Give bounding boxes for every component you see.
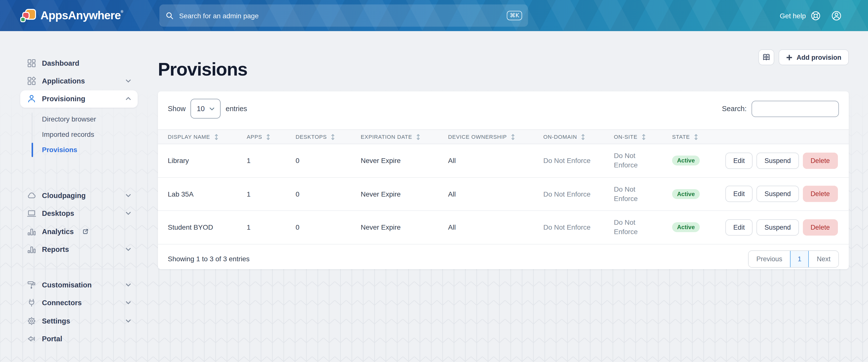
edit-button[interactable]: Edit bbox=[725, 186, 753, 202]
sidebar-item-portal[interactable]: Portal bbox=[20, 330, 138, 347]
delete-button[interactable]: Delete bbox=[803, 152, 838, 169]
edit-button[interactable]: Edit bbox=[725, 219, 753, 235]
sidebar-item-cloudpaging[interactable]: Cloudpaging bbox=[20, 187, 138, 204]
sidebar-item-reports[interactable]: Reports bbox=[20, 241, 138, 258]
cell-display-name: Library bbox=[168, 157, 247, 165]
chevron-down-icon bbox=[125, 319, 131, 323]
sort-icon bbox=[331, 134, 335, 140]
subitem-label: Directory browser bbox=[42, 115, 96, 123]
chevron-down-icon bbox=[209, 107, 215, 110]
sidebar-navigation: Dashboard Applications Provisioning Dire… bbox=[20, 54, 138, 348]
column-header-apps[interactable]: APPS bbox=[247, 134, 296, 140]
appsanywhere-logo-icon bbox=[20, 9, 36, 22]
status-badge-active: Active bbox=[672, 222, 700, 232]
sidebar-item-customisation[interactable]: Customisation bbox=[20, 276, 138, 294]
cell-state: Active bbox=[672, 156, 725, 166]
sort-icon bbox=[642, 134, 646, 140]
plug-icon bbox=[27, 298, 36, 308]
cell-state: Active bbox=[672, 222, 725, 232]
sidebar-item-label: Connectors bbox=[42, 299, 82, 307]
suspend-button[interactable]: Suspend bbox=[757, 186, 799, 202]
sidebar-subitem-imported-records[interactable]: Imported records bbox=[32, 127, 138, 142]
sidebar-item-provisioning[interactable]: Provisioning bbox=[20, 90, 138, 107]
cell-device-ownership: All bbox=[448, 223, 543, 231]
suspend-button[interactable]: Suspend bbox=[757, 219, 799, 235]
entries-label: entries bbox=[226, 105, 247, 113]
sidebar-item-settings[interactable]: Settings bbox=[20, 312, 138, 329]
page-size-select[interactable]: 10 bbox=[191, 99, 221, 118]
pagination: Previous 1 Next bbox=[748, 250, 839, 268]
plus-icon bbox=[786, 54, 793, 60]
sort-icon bbox=[266, 134, 271, 140]
cell-on-site: Do Not Enforce bbox=[614, 185, 672, 203]
status-badge-active: Active bbox=[672, 156, 700, 166]
column-label: DISPLAY NAME bbox=[168, 134, 210, 140]
bar-chart-icon bbox=[27, 226, 36, 236]
documentation-button[interactable] bbox=[759, 49, 774, 65]
logo-text: AppsAnywhere® bbox=[40, 9, 123, 22]
sidebar-item-dashboard[interactable]: Dashboard bbox=[20, 54, 138, 72]
entries-summary: Showing 1 to 3 of 3 entries bbox=[168, 255, 250, 263]
sidebar-divider bbox=[27, 269, 131, 270]
search-icon bbox=[165, 11, 174, 20]
sidebar-item-connectors[interactable]: Connectors bbox=[20, 294, 138, 312]
cell-actions: Edit Suspend Delete bbox=[725, 186, 839, 202]
column-label: EXPIRATION DATE bbox=[361, 134, 412, 140]
gear-icon bbox=[27, 316, 36, 326]
cell-desktops: 0 bbox=[296, 190, 361, 198]
delete-button[interactable]: Delete bbox=[803, 219, 838, 235]
applications-icon bbox=[27, 76, 36, 86]
table-search-label: Search: bbox=[722, 105, 747, 113]
admin-search-input[interactable] bbox=[178, 11, 502, 20]
suspend-button[interactable]: Suspend bbox=[757, 152, 799, 169]
sidebar-item-analytics[interactable]: Analytics bbox=[20, 223, 138, 240]
column-header-on-site[interactable]: ON-SITE bbox=[614, 134, 672, 140]
keyboard-shortcut-badge: ⌘K bbox=[507, 11, 522, 20]
sidebar-item-label: Dashboard bbox=[42, 59, 80, 67]
sidebar-item-desktops[interactable]: Desktops bbox=[20, 205, 138, 222]
pagination-previous[interactable]: Previous bbox=[748, 251, 790, 267]
sidebar-subitem-provisions[interactable]: Provisions bbox=[32, 142, 138, 157]
column-header-on-domain[interactable]: ON-DOMAIN bbox=[543, 134, 614, 140]
portal-exit-icon bbox=[27, 334, 36, 344]
column-header-device-ownership[interactable]: DEVICE OWNERSHIP bbox=[448, 134, 543, 140]
delete-button[interactable]: Delete bbox=[803, 186, 838, 202]
sort-icon bbox=[694, 134, 698, 140]
sidebar-item-label: Applications bbox=[42, 77, 85, 85]
sidebar-item-label: Provisioning bbox=[42, 95, 85, 103]
column-header-state[interactable]: STATE bbox=[672, 134, 725, 140]
column-header-desktops[interactable]: DESKTOPS bbox=[296, 134, 361, 140]
sidebar-item-applications[interactable]: Applications bbox=[20, 72, 138, 90]
get-help-button[interactable]: Get help bbox=[780, 10, 821, 21]
pagination-next[interactable]: Next bbox=[809, 251, 838, 267]
table-row: Lab 35A 1 0 Never Expire All Do Not Enfo… bbox=[158, 177, 849, 211]
sidebar-item-label: Analytics bbox=[42, 227, 74, 235]
column-header-expiration-date[interactable]: EXPIRATION DATE bbox=[361, 134, 448, 140]
sidebar-subitem-directory-browser[interactable]: Directory browser bbox=[32, 111, 138, 127]
column-header-display-name[interactable]: DISPLAY NAME bbox=[168, 134, 247, 140]
cell-device-ownership: All bbox=[448, 157, 543, 165]
user-account-icon[interactable] bbox=[831, 10, 842, 22]
column-label: STATE bbox=[672, 134, 690, 140]
admin-search-bar[interactable]: ⌘K bbox=[159, 4, 528, 27]
table-footer: Showing 1 to 3 of 3 entries Previous 1 N… bbox=[158, 245, 849, 274]
chevron-down-icon bbox=[125, 212, 131, 216]
appsanywhere-logo[interactable]: AppsAnywhere® bbox=[20, 0, 123, 31]
table-row: Student BYOD 1 0 Never Expire All Do Not… bbox=[158, 211, 849, 244]
sort-icon bbox=[581, 134, 585, 140]
add-provision-button[interactable]: Add provision bbox=[779, 49, 849, 65]
sidebar-item-label: Customisation bbox=[42, 281, 92, 289]
pagination-page-1[interactable]: 1 bbox=[790, 250, 809, 268]
top-header-bar: AppsAnywhere® ⌘K Get help bbox=[0, 0, 868, 31]
cell-apps: 1 bbox=[247, 157, 296, 165]
chevron-down-icon bbox=[125, 194, 131, 198]
table-row: Library 1 0 Never Expire All Do Not Enfo… bbox=[158, 144, 849, 177]
get-help-label: Get help bbox=[780, 11, 806, 20]
table-search-input[interactable] bbox=[751, 101, 839, 117]
provisions-table-card: Show 10 entries Search: DISPLAY NAME APP… bbox=[158, 91, 849, 269]
edit-button[interactable]: Edit bbox=[725, 152, 753, 169]
sort-icon bbox=[214, 134, 218, 140]
cell-apps: 1 bbox=[247, 223, 296, 231]
sidebar-item-label: Reports bbox=[42, 246, 69, 253]
registered-mark: ® bbox=[121, 10, 123, 13]
